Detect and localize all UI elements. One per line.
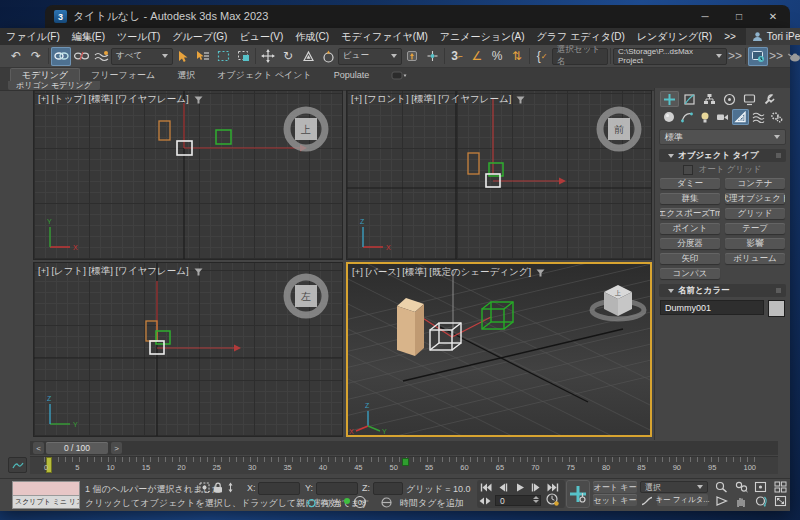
filter-icon[interactable] — [536, 269, 545, 277]
go-to-end-button[interactable] — [546, 482, 560, 493]
user-account-button[interactable]: Tori iPentec — [746, 28, 800, 45]
menu-item-graph-editors[interactable]: グラフ エディタ(D) — [531, 30, 631, 44]
pan-button[interactable] — [732, 494, 752, 508]
reference-coordinate-dropdown[interactable]: ビュー — [338, 48, 402, 65]
viewport-front[interactable]: [+] [フロント] [標準] [ワイヤフレーム] 前 X — [346, 90, 652, 260]
select-and-place-button[interactable] — [318, 47, 338, 66]
helper-type-button[interactable]: エクスポーズTm — [660, 208, 720, 219]
box-object[interactable] — [397, 298, 424, 356]
ribbon-tab-object-paint[interactable]: オブジェクト ペイント — [206, 69, 323, 81]
category-spacewarps[interactable] — [750, 109, 767, 125]
menu-item-rendering[interactable]: レンダリング(R) — [631, 30, 718, 44]
viewport-label-front[interactable]: [+] [フロント] [標準] [ワイヤフレーム] — [351, 93, 511, 106]
object-color-swatch[interactable] — [768, 300, 785, 317]
frame-spinner[interactable] — [533, 496, 539, 503]
category-lights[interactable] — [696, 109, 713, 125]
select-by-name-button[interactable] — [193, 47, 213, 66]
helper-type-button[interactable]: コンパス — [660, 268, 720, 279]
zoom-button[interactable] — [712, 480, 732, 494]
viewport-left[interactable]: [+] [レフト] [標準] [ワイヤフレーム] 左 Y — [33, 262, 343, 437]
time-slider-handle[interactable]: 0 / 100 — [46, 442, 108, 454]
ribbon-display-toggle[interactable] — [380, 69, 418, 81]
viewport-label-left[interactable]: [+] [レフト] [標準] [ワイヤフレーム] — [38, 265, 189, 278]
viewport-label-top[interactable]: [+] [トップ] [標準] [ワイヤフレーム] — [38, 93, 189, 106]
orbit-button[interactable] — [751, 494, 771, 508]
dummy-selected[interactable] — [430, 323, 461, 350]
viewport-top[interactable]: [+] [トップ] [標準] [ワイヤフレーム] 上 X Y — [33, 90, 343, 260]
dummy-object[interactable] — [482, 302, 513, 329]
maximize-button[interactable]: □ — [722, 5, 756, 28]
category-geometry[interactable] — [660, 109, 677, 125]
zoom-extents-all-button[interactable] — [771, 480, 791, 494]
minimize-button[interactable]: ─ — [688, 5, 722, 28]
snap-toggle-3d-button[interactable]: 3⌐ — [447, 47, 467, 66]
selection-filter-dropdown[interactable]: すべて — [111, 48, 173, 65]
play-button[interactable] — [513, 482, 527, 493]
category-shapes[interactable] — [678, 109, 695, 125]
menu-item-create[interactable]: 作成(C) — [289, 30, 335, 44]
isolate-selection-toggle[interactable] — [198, 481, 211, 493]
toolbar-overflow-button[interactable]: >> — [727, 47, 743, 66]
time-slider-next-button[interactable]: > — [111, 442, 122, 454]
object-name-field[interactable]: Dummy001 — [660, 300, 764, 315]
mini-curve-editor-button[interactable] — [8, 457, 27, 473]
maxscript-mini-listener[interactable]: スクリプト ミニ リス — [12, 481, 80, 509]
absolute-offset-toggle[interactable] — [224, 481, 237, 493]
helper-type-button[interactable]: テープ — [725, 223, 785, 234]
rectangular-selection-region-button[interactable] — [213, 47, 233, 66]
set-key-button[interactable]: セット キー — [593, 494, 637, 506]
key-mode-toggle[interactable] — [478, 495, 492, 506]
menu-item-modifiers[interactable]: モディファイヤ(M) — [335, 30, 434, 44]
default-tangent-button[interactable] — [640, 495, 653, 507]
menu-item-animation[interactable]: アニメーション(A) — [434, 30, 531, 44]
z-coordinate-field[interactable] — [373, 482, 403, 495]
y-coordinate-field[interactable] — [316, 482, 358, 495]
go-to-start-button[interactable] — [479, 482, 493, 493]
helper-type-button[interactable]: ポイント — [660, 223, 720, 234]
spinner-snap-button[interactable]: ⇅ — [507, 47, 527, 66]
time-slider-track[interactable]: < 0 / 100 > — [30, 441, 778, 455]
key-filters-button[interactable]: キー フィルタ... — [657, 494, 708, 506]
select-and-link-button[interactable] — [51, 47, 71, 66]
helper-type-button[interactable]: 群集 — [660, 193, 720, 204]
named-selection-field[interactable]: 選択セット名 — [552, 48, 608, 65]
viewport-perspective[interactable]: [+] [パース] [標準] [既定のシェーディング] — [346, 262, 652, 437]
select-and-scale-button[interactable] — [298, 47, 318, 66]
redo-button[interactable]: ↷ — [26, 47, 46, 66]
menu-item-edit[interactable]: 編集(E) — [66, 30, 111, 44]
helper-type-button[interactable]: 矢印 — [660, 253, 720, 264]
autogrid-checkbox[interactable] — [683, 165, 693, 175]
close-button[interactable]: ✕ — [756, 5, 790, 28]
menu-overflow-button[interactable]: >> — [718, 31, 742, 42]
titlebar[interactable]: 3 タイトルなし - Autodesk 3ds Max 2023 ─ □ ✕ — [45, 5, 790, 28]
percent-snap-button[interactable]: % — [487, 47, 507, 66]
menu-item-group[interactable]: グループ(G) — [166, 30, 233, 44]
helper-category-dropdown[interactable]: 標準 — [659, 129, 786, 145]
ribbon-panel-polygon-modeling[interactable]: ポリゴン モデリング — [8, 81, 100, 90]
project-folder-dropdown[interactable]: C:\Storage\P...dsMax Project — [613, 48, 727, 65]
select-and-move-button[interactable] — [258, 47, 278, 66]
time-configuration-button[interactable] — [545, 494, 559, 505]
zoom-extents-button[interactable] — [751, 480, 771, 494]
render-production-button[interactable] — [784, 47, 800, 66]
rollout-object-type[interactable]: オブジェクト タイプ — [659, 149, 786, 162]
filter-icon[interactable] — [194, 268, 203, 276]
menu-item-views[interactable]: ビュー(V) — [233, 30, 289, 44]
tab-motion[interactable] — [720, 91, 739, 107]
viewcube-top-face[interactable]: 上 — [300, 124, 311, 135]
filter-icon[interactable] — [516, 96, 525, 104]
toolbar-overflow-button-2[interactable]: >> — [768, 47, 784, 66]
render-setup-button[interactable] — [748, 47, 768, 66]
adaptive-degradation-toggle[interactable] — [380, 496, 393, 508]
helper-type-button[interactable]: 分度器 — [660, 238, 720, 249]
tab-utilities[interactable] — [760, 91, 779, 107]
tab-modify[interactable] — [680, 91, 699, 107]
viewport-label-perspective[interactable]: [+] [パース] [標準] [既定のシェーディング] — [352, 266, 531, 279]
helper-type-button[interactable]: ボリューム — [725, 253, 785, 264]
ribbon-tab-selection[interactable]: 選択 — [166, 69, 206, 81]
keying-selection-dropdown[interactable]: 選択 — [640, 481, 708, 493]
bind-to-spacewarp-button[interactable] — [91, 47, 111, 66]
category-systems[interactable] — [768, 109, 785, 125]
helper-type-button[interactable]: 影響 — [725, 238, 785, 249]
maximize-viewport-toggle[interactable] — [771, 494, 791, 508]
